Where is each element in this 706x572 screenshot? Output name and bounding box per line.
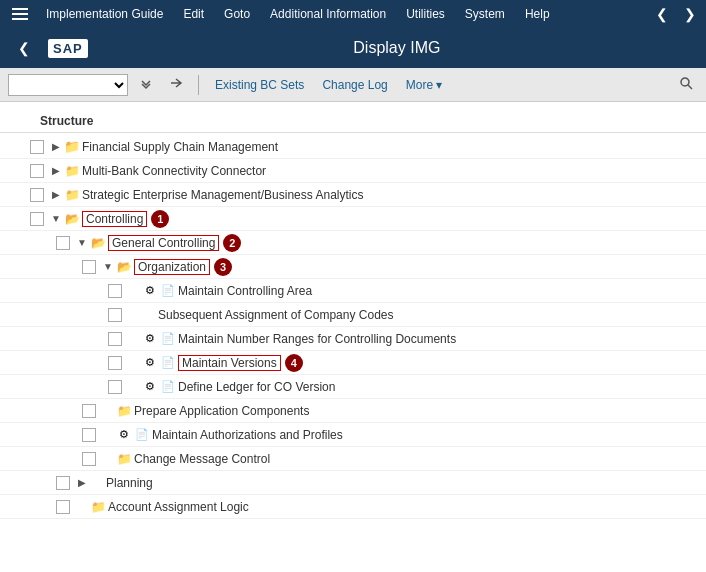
menu-help[interactable]: Help (515, 0, 560, 28)
more-button[interactable]: More ▾ (400, 78, 448, 92)
folder-icon: 📁 (116, 451, 132, 467)
expand-icon[interactable]: ▼ (48, 211, 64, 227)
row-label: Maintain Number Ranges for Controlling D… (178, 332, 456, 346)
row-checkbox[interactable] (30, 188, 44, 202)
back-button[interactable]: ❮ (10, 36, 38, 60)
row-label: Planning (106, 476, 153, 490)
row-label: Prepare Application Components (134, 404, 309, 418)
tree-row[interactable]: ▶ Planning (0, 471, 706, 495)
step-badge: 4 (285, 354, 303, 372)
tree-row[interactable]: ⚙ 📄 Maintain Versions 4 (0, 351, 706, 375)
gear-icon: ⚙ (142, 355, 158, 371)
search-button[interactable] (674, 73, 698, 96)
folder-icon: 📁 (90, 499, 106, 515)
tree-row[interactable]: ▼ 📂 General Controlling 2 (0, 231, 706, 255)
folder-icon: 📁 (64, 139, 80, 155)
row-checkbox[interactable] (30, 164, 44, 178)
row-label: Organization (134, 259, 210, 275)
svg-line-1 (688, 85, 692, 89)
row-label: Account Assignment Logic (108, 500, 249, 514)
step-badge: 1 (151, 210, 169, 228)
gear-icon: ⚙ (116, 427, 132, 443)
row-checkbox[interactable] (108, 284, 122, 298)
row-checkbox[interactable] (30, 140, 44, 154)
menu-utilities[interactable]: Utilities (396, 0, 455, 28)
row-checkbox[interactable] (56, 236, 70, 250)
menu-impl-guide[interactable]: Implementation Guide (36, 0, 173, 28)
row-label: Subsequent Assignment of Company Codes (158, 308, 393, 322)
expand-icon[interactable]: ▼ (100, 259, 116, 275)
more-chevron-icon: ▾ (436, 78, 442, 92)
menu-edit[interactable]: Edit (173, 0, 214, 28)
tree-row[interactable]: ▶ 📁 Financial Supply Chain Management (0, 135, 706, 159)
row-label: General Controlling (108, 235, 219, 251)
content-area: Structure ▶ 📁 Financial Supply Chain Man… (0, 102, 706, 572)
expand-icon[interactable]: ▶ (48, 139, 64, 155)
expand-icon[interactable]: ▼ (74, 235, 90, 251)
row-label: Multi-Bank Connectivity Connector (82, 164, 266, 178)
folder-open-icon: 📂 (90, 235, 106, 251)
tree-row[interactable]: ⚙ 📄 Maintain Number Ranges for Controlli… (0, 327, 706, 351)
row-label: Controlling (82, 211, 147, 227)
row-checkbox[interactable] (82, 428, 96, 442)
jump-to-button[interactable] (164, 73, 188, 96)
row-label: Financial Supply Chain Management (82, 140, 278, 154)
hamburger-menu[interactable] (4, 4, 36, 24)
toolbar-select[interactable] (8, 74, 128, 96)
row-checkbox[interactable] (56, 500, 70, 514)
expand-icon[interactable]: ▶ (48, 163, 64, 179)
row-label: Maintain Authorizations and Profiles (152, 428, 343, 442)
menu-system[interactable]: System (455, 0, 515, 28)
row-label: Maintain Controlling Area (178, 284, 312, 298)
tree-row[interactable]: 📁 Account Assignment Logic (0, 495, 706, 519)
expand-icon[interactable]: ▶ (48, 187, 64, 203)
row-checkbox[interactable] (56, 476, 70, 490)
row-checkbox[interactable] (108, 332, 122, 346)
row-checkbox[interactable] (82, 404, 96, 418)
tree-row[interactable]: Subsequent Assignment of Company Codes (0, 303, 706, 327)
sap-logo: SAP (48, 39, 88, 58)
tree-row[interactable]: ⚙ 📄 Maintain Controlling Area (0, 279, 706, 303)
folder-icon: 📁 (64, 187, 80, 203)
page-title: Display IMG (98, 39, 696, 57)
sap-logo-text: SAP (48, 39, 88, 58)
tree-row[interactable]: ▶ 📁 Strategic Enterprise Management/Busi… (0, 183, 706, 207)
row-label: Define Ledger for CO Version (178, 380, 335, 394)
book-icon: 📄 (160, 283, 176, 299)
tree-row[interactable]: ⚙ 📄 Maintain Authorizations and Profiles (0, 423, 706, 447)
folder-icon: 📁 (64, 163, 80, 179)
nav-left-icon[interactable]: ❮ (650, 6, 674, 22)
gear-icon: ⚙ (142, 331, 158, 347)
existing-bc-sets-link[interactable]: Existing BC Sets (209, 78, 310, 92)
menu-additional-info[interactable]: Additional Information (260, 0, 396, 28)
expand-icon[interactable]: ▶ (74, 475, 90, 491)
nav-right-icon[interactable]: ❯ (678, 6, 702, 22)
tree-row[interactable]: ▶ 📁 Multi-Bank Connectivity Connector (0, 159, 706, 183)
tree-row[interactable]: 📁 Change Message Control (0, 447, 706, 471)
menu-bar: Implementation Guide Edit Goto Additiona… (0, 0, 706, 28)
svg-point-0 (681, 78, 689, 86)
step-badge: 3 (214, 258, 232, 276)
gear-icon: ⚙ (142, 379, 158, 395)
row-checkbox[interactable] (30, 212, 44, 226)
change-log-link[interactable]: Change Log (316, 78, 393, 92)
row-label: Maintain Versions (178, 355, 281, 371)
toolbar: Existing BC Sets Change Log More ▾ (0, 68, 706, 102)
folder-icon: 📁 (116, 403, 132, 419)
folder-open-icon: 📂 (116, 259, 132, 275)
book-icon: 📄 (134, 427, 150, 443)
row-checkbox[interactable] (108, 356, 122, 370)
row-checkbox[interactable] (82, 260, 96, 274)
menu-goto[interactable]: Goto (214, 0, 260, 28)
tree-row[interactable]: ▼ 📂 Organization 3 (0, 255, 706, 279)
row-checkbox[interactable] (108, 308, 122, 322)
expand-all-button[interactable] (134, 73, 158, 96)
tree-row[interactable]: ▼ 📂 Controlling 1 (0, 207, 706, 231)
row-checkbox[interactable] (82, 452, 96, 466)
book-icon: 📄 (160, 355, 176, 371)
tree-row[interactable]: ⚙ 📄 Define Ledger for CO Version (0, 375, 706, 399)
gear-icon: ⚙ (142, 283, 158, 299)
row-checkbox[interactable] (108, 380, 122, 394)
tree-row[interactable]: 📁 Prepare Application Components (0, 399, 706, 423)
folder-open-icon: 📂 (64, 211, 80, 227)
